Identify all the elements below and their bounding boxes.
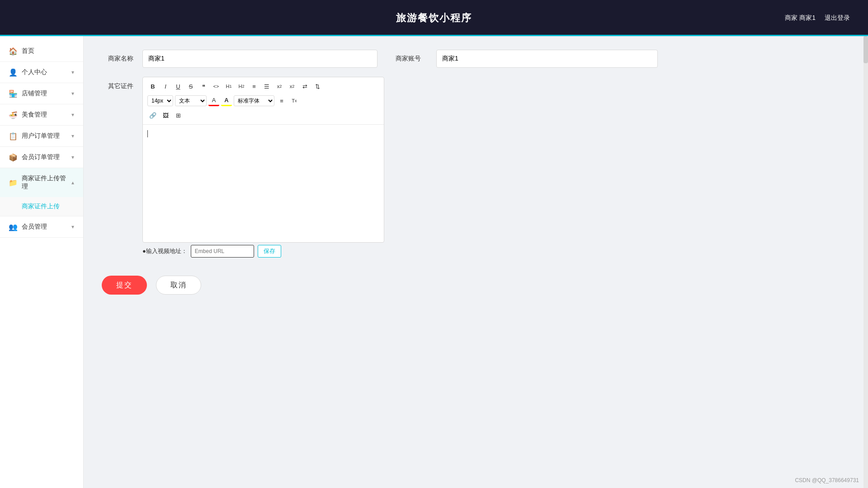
font-bg-button[interactable]: A bbox=[221, 95, 232, 106]
italic-button[interactable]: I bbox=[160, 81, 171, 92]
header-title: 旅游餐饮小程序 bbox=[396, 11, 472, 25]
video-url-label: ●输入视频地址： bbox=[142, 247, 187, 255]
rich-text-editor[interactable]: B I U S ❝ <> H1 H2 ≡ ☰ x2 x2 ⇄ bbox=[142, 77, 384, 243]
sidebar-item-shop[interactable]: 🏪 店铺管理 ▾ bbox=[0, 83, 83, 104]
align-button[interactable]: ≡ bbox=[276, 95, 287, 106]
font-size-select[interactable]: 14px 12px 16px 18px bbox=[147, 95, 173, 106]
h2-button[interactable]: H2 bbox=[236, 81, 247, 92]
footer-watermark: CSDN @QQ_3786649731 bbox=[795, 477, 859, 483]
chevron-down-icon: ▾ bbox=[71, 224, 74, 230]
sidebar-label-user-orders: 用户订单管理 bbox=[22, 132, 67, 140]
blockquote-button[interactable]: ❝ bbox=[198, 81, 209, 92]
h1-button[interactable]: H1 bbox=[223, 81, 234, 92]
sidebar-item-cert-upload[interactable]: 📁 商家证件上传管理 ▴ bbox=[0, 168, 83, 197]
underline-button[interactable]: U bbox=[173, 81, 184, 92]
outdent-button[interactable]: ⇅ bbox=[312, 81, 323, 92]
form-buttons: 提交 取消 bbox=[102, 276, 850, 295]
sidebar-item-member-mgmt[interactable]: 👥 会员管理 ▾ bbox=[0, 216, 83, 238]
chevron-down-icon: ▾ bbox=[71, 90, 74, 97]
sidebar-label-shop: 店铺管理 bbox=[22, 89, 67, 98]
toolbar-row-1: B I U S ❝ <> H1 H2 ≡ ☰ x2 x2 ⇄ bbox=[147, 81, 379, 92]
submit-button[interactable]: 提交 bbox=[102, 276, 147, 295]
main-content: 商家名称 商家账号 其它证件 B I U S ❝ bbox=[84, 36, 868, 488]
logout-button[interactable]: 退出登录 bbox=[825, 14, 850, 22]
sidebar-item-profile[interactable]: 👤 个人中心 ▾ bbox=[0, 62, 83, 83]
sidebar-item-food[interactable]: 🍜 美食管理 ▾ bbox=[0, 104, 83, 126]
header: 旅游餐饮小程序 商家 商家1 退出登录 bbox=[0, 0, 868, 36]
sidebar-label-food: 美食管理 bbox=[22, 111, 67, 119]
member-orders-icon: 📦 bbox=[9, 153, 17, 161]
shop-icon: 🏪 bbox=[9, 89, 17, 98]
bold-button[interactable]: B bbox=[147, 81, 158, 92]
sidebar-label-home: 首页 bbox=[22, 47, 74, 55]
sidebar: 🏠 首页 👤 个人中心 ▾ 🏪 店铺管理 ▾ 🍜 美食管理 ▾ 📋 用户订单管理… bbox=[0, 36, 84, 488]
other-cert-row: 其它证件 B I U S ❝ <> H1 H2 bbox=[102, 77, 850, 258]
header-user: 商家 商家1 退出登录 bbox=[785, 14, 850, 22]
merchant-name-label: 商家名称 bbox=[102, 55, 133, 63]
chevron-down-icon: ▾ bbox=[71, 69, 74, 75]
sidebar-item-member-orders[interactable]: 📦 会员订单管理 ▾ bbox=[0, 147, 83, 168]
sidebar-item-home[interactable]: 🏠 首页 bbox=[0, 41, 83, 62]
superscript-button[interactable]: x2 bbox=[287, 81, 297, 92]
sidebar-label-member-mgmt: 会员管理 bbox=[22, 223, 67, 231]
font-color-button[interactable]: A bbox=[208, 95, 219, 106]
unordered-list-button[interactable]: ☰ bbox=[261, 81, 272, 92]
font-type-select[interactable]: 文本 bbox=[175, 95, 207, 106]
sidebar-item-cert-upload-sub[interactable]: 商家证件上传 bbox=[0, 197, 83, 216]
profile-icon: 👤 bbox=[9, 68, 17, 76]
member-mgmt-icon: 👥 bbox=[9, 223, 17, 231]
link-button[interactable]: 🔗 bbox=[147, 110, 158, 121]
chevron-up-icon: ▴ bbox=[71, 179, 74, 186]
merchant-name-row: 商家名称 商家账号 bbox=[102, 50, 850, 68]
home-icon: 🏠 bbox=[9, 47, 17, 55]
chevron-down-icon: ▾ bbox=[71, 133, 74, 139]
scroll-thumb[interactable] bbox=[863, 36, 868, 63]
chevron-down-icon: ▾ bbox=[71, 112, 74, 118]
ordered-list-button[interactable]: ≡ bbox=[249, 81, 259, 92]
strikethrough-button[interactable]: S bbox=[185, 81, 196, 92]
other-cert-label: 其它证件 bbox=[102, 77, 133, 90]
sidebar-label-member-orders: 会员订单管理 bbox=[22, 153, 67, 161]
editor-toolbar: B I U S ❝ <> H1 H2 ≡ ☰ x2 x2 ⇄ bbox=[143, 77, 384, 125]
merchant-account-label: 商家账号 bbox=[396, 55, 427, 63]
indent-button[interactable]: ⇄ bbox=[299, 81, 310, 92]
image-button[interactable]: 🖼 bbox=[160, 110, 171, 121]
user-orders-icon: 📋 bbox=[9, 132, 17, 140]
text-cursor bbox=[147, 130, 148, 137]
food-icon: 🍜 bbox=[9, 111, 17, 119]
header-merchant-label: 商家 商家1 bbox=[785, 14, 816, 22]
editor-body[interactable] bbox=[143, 125, 384, 242]
toolbar-row-2: 14px 12px 16px 18px 文本 A A 标准字体 bbox=[147, 95, 379, 106]
subscript-button[interactable]: x2 bbox=[274, 81, 285, 92]
sidebar-label-profile: 个人中心 bbox=[22, 68, 67, 76]
chevron-down-icon: ▾ bbox=[71, 154, 74, 160]
video-url-save-button[interactable]: 保存 bbox=[258, 245, 281, 258]
sidebar-label-cert-upload: 商家证件上传管理 bbox=[22, 174, 67, 191]
code-button[interactable]: <> bbox=[211, 81, 222, 92]
standard-font-select[interactable]: 标准字体 bbox=[234, 95, 274, 106]
clear-format-button[interactable]: Tx bbox=[289, 95, 300, 106]
cancel-button[interactable]: 取消 bbox=[156, 276, 201, 295]
cert-icon: 📁 bbox=[9, 178, 17, 187]
video-url-row: ●输入视频地址： 保存 bbox=[142, 245, 384, 258]
merchant-account-input[interactable] bbox=[436, 50, 658, 68]
sidebar-item-user-orders[interactable]: 📋 用户订单管理 ▾ bbox=[0, 126, 83, 147]
merchant-name-input[interactable] bbox=[142, 50, 377, 68]
scrollbar[interactable] bbox=[863, 36, 868, 488]
main-layout: 🏠 首页 👤 个人中心 ▾ 🏪 店铺管理 ▾ 🍜 美食管理 ▾ 📋 用户订单管理… bbox=[0, 36, 868, 488]
table-button[interactable]: ⊞ bbox=[173, 110, 184, 121]
video-url-input[interactable] bbox=[191, 245, 254, 258]
sidebar-sub-cert: 商家证件上传 bbox=[0, 197, 83, 216]
toolbar-row-3: 🔗 🖼 ⊞ bbox=[147, 110, 379, 121]
